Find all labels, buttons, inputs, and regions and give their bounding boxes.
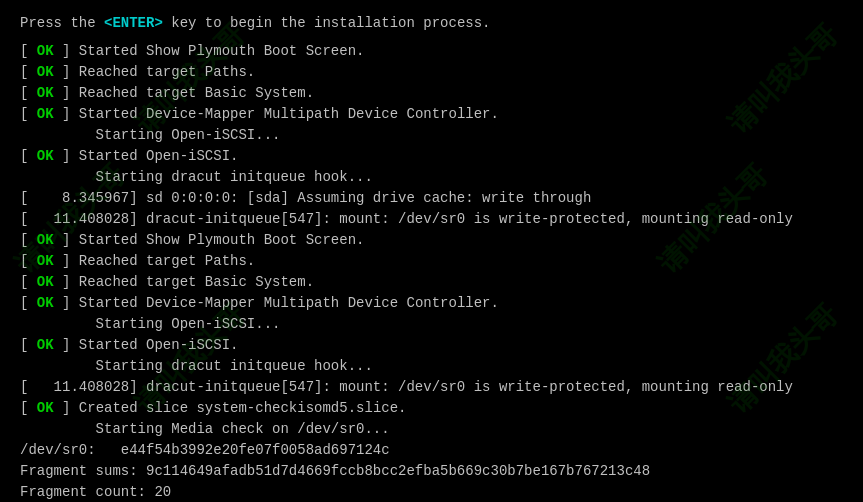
line-1: [ OK ] Started Show Plymouth Boot Screen…: [20, 41, 843, 62]
line-10: [ OK ] Started Show Plymouth Boot Screen…: [20, 230, 843, 251]
line-15: [ OK ] Started Open-iSCSI.: [20, 335, 843, 356]
line-16: Starting dracut initqueue hook...: [20, 356, 843, 377]
line-2: [ OK ] Reached target Paths.: [20, 62, 843, 83]
line-5: Starting Open-iSCSI...: [20, 125, 843, 146]
line-21: Fragment sums: 9c114649afadb51d7d4669fcc…: [20, 461, 843, 482]
line-7: Starting dracut initqueue hook...: [20, 167, 843, 188]
line-9: [ 11.408028] dracut-initqueue[547]: moun…: [20, 209, 843, 230]
line-4: [ OK ] Started Device-Mapper Multipath D…: [20, 104, 843, 125]
line-20: /dev/sr0: e44f54b3992e20fe07f0058ad69712…: [20, 440, 843, 461]
line-3: [ OK ] Reached target Basic System.: [20, 83, 843, 104]
line-14: Starting Open-iSCSI...: [20, 314, 843, 335]
line-17: [ 11.408028] dracut-initqueue[547]: moun…: [20, 377, 843, 398]
line-12: [ OK ] Reached target Basic System.: [20, 272, 843, 293]
top-message-suffix: key to begin the installation process.: [163, 15, 491, 31]
line-18: [ OK ] Created slice system-checkisomd5.…: [20, 398, 843, 419]
line-11: [ OK ] Reached target Paths.: [20, 251, 843, 272]
line-13: [ OK ] Started Device-Mapper Multipath D…: [20, 293, 843, 314]
terminal-output: [ OK ] Started Show Plymouth Boot Screen…: [20, 41, 843, 502]
line-8: [ 8.345967] sd 0:0:0:0: [sda] Assuming d…: [20, 188, 843, 209]
enter-key-label: <ENTER>: [104, 15, 163, 31]
line-6: [ OK ] Started Open-iSCSI.: [20, 146, 843, 167]
line-22: Fragment count: 20: [20, 482, 843, 502]
terminal-window: 请叫我头哥 请叫我头哥 请叫我头哥 请叫我头哥 请叫我头哥 请叫我头哥 Pres…: [0, 0, 863, 502]
top-message-line: Press the <ENTER> key to begin the insta…: [20, 15, 843, 31]
top-message-prefix: Press the: [20, 15, 104, 31]
line-19: Starting Media check on /dev/sr0...: [20, 419, 843, 440]
